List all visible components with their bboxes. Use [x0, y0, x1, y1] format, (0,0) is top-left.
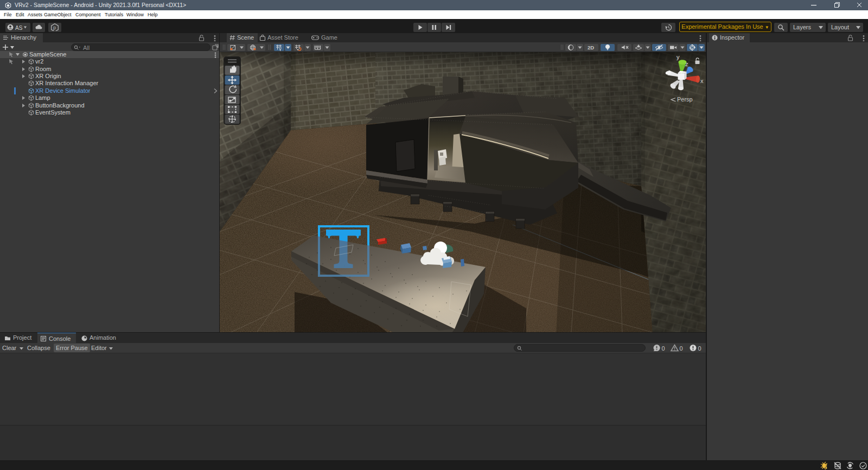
svg-text:AS: AS [15, 25, 23, 31]
svg-text:p: p [53, 25, 56, 30]
svg-text:2D: 2D [588, 45, 594, 50]
svg-text:x: x [700, 78, 704, 84]
svg-text:Persp: Persp [677, 96, 693, 103]
svg-text:0: 0 [698, 345, 701, 352]
svg-text:y: y [676, 54, 680, 60]
svg-text:0: 0 [662, 345, 665, 352]
svg-text:0: 0 [680, 345, 683, 352]
svg-text:z: z [685, 61, 688, 67]
